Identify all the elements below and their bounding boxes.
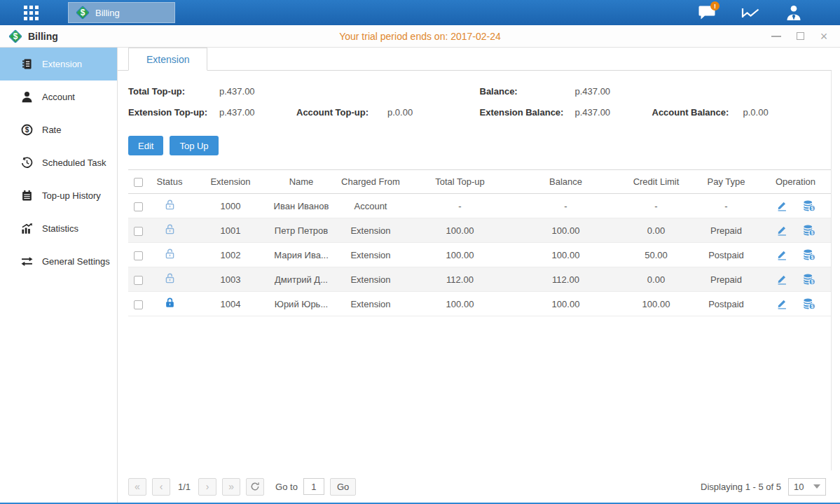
account-topup-label: Account Top-up: xyxy=(296,107,387,118)
swap-arrows-icon xyxy=(21,255,33,267)
charged-from-cell: Extension xyxy=(333,218,408,243)
notebook-icon xyxy=(21,58,33,70)
total-topup-cell: 112.00 xyxy=(408,267,511,292)
sidebar-item-rate[interactable]: $ Rate xyxy=(0,113,117,146)
dollar-circle-icon: $ xyxy=(21,124,33,136)
total-topup-value: p.437.00 xyxy=(219,86,296,97)
coins-topup-icon[interactable]: $ xyxy=(803,274,815,285)
credit-limit-cell: 50.00 xyxy=(620,243,692,267)
col-name: Name xyxy=(270,170,333,194)
ledger-icon xyxy=(21,190,33,202)
apps-grid-icon[interactable] xyxy=(24,6,39,20)
chevron-down-icon xyxy=(813,484,820,489)
select-all-checkbox[interactable] xyxy=(134,178,143,187)
pay-type-cell: Prepaid xyxy=(692,218,760,243)
pencil-edit-icon[interactable] xyxy=(776,298,787,309)
next-page-button[interactable]: › xyxy=(198,478,216,496)
coins-topup-icon[interactable]: $ xyxy=(803,225,815,236)
sidebar-item-topup-history[interactable]: Top-up History xyxy=(0,179,117,212)
bar-chart-icon xyxy=(21,223,33,234)
coins-topup-icon[interactable]: $ xyxy=(803,298,815,309)
pay-type-cell: Postpaid xyxy=(692,292,760,316)
credit-limit-cell: - xyxy=(620,194,692,218)
table-row: 1002 Мария Ива... Extension 100.00 100.0… xyxy=(128,243,831,267)
page-size-select[interactable]: 10 xyxy=(788,478,826,496)
last-page-button[interactable]: » xyxy=(222,478,240,496)
extension-cell: 1003 xyxy=(191,267,270,292)
pencil-edit-icon[interactable] xyxy=(776,200,787,211)
credit-limit-cell: 100.00 xyxy=(620,292,692,316)
sidebar-item-statistics[interactable]: Statistics xyxy=(0,212,117,245)
row-checkbox[interactable] xyxy=(134,227,143,236)
svg-text:$: $ xyxy=(811,304,813,309)
col-operation: Operation xyxy=(760,170,831,194)
operation-cell: $ xyxy=(760,200,831,211)
row-checkbox[interactable] xyxy=(134,202,143,211)
balance-summary: Total Top-up: p.437.00 Extension Top-up:… xyxy=(128,86,831,118)
system-topbar: $ Billing ! xyxy=(0,0,840,25)
sidebar-item-general-settings[interactable]: General Settings xyxy=(0,245,117,278)
close-icon[interactable]: × xyxy=(819,31,829,41)
balance-cell: 100.00 xyxy=(511,292,620,316)
account-balance-label: Account Balance: xyxy=(652,107,743,118)
coins-topup-icon[interactable]: $ xyxy=(803,200,815,211)
sidebar-item-label: Extension xyxy=(42,59,82,69)
tab-extension[interactable]: Extension xyxy=(128,48,207,71)
svg-text:$: $ xyxy=(811,206,813,211)
maximize-icon[interactable] xyxy=(795,31,805,41)
row-checkbox[interactable] xyxy=(134,276,143,285)
credit-limit-cell: 0.00 xyxy=(620,218,692,243)
taskbar-tab-billing[interactable]: $ Billing xyxy=(68,2,175,23)
lock-open-icon xyxy=(164,272,176,284)
account-balance-value: p.0.00 xyxy=(743,107,832,118)
pencil-edit-icon[interactable] xyxy=(776,274,787,285)
coins-topup-icon[interactable]: $ xyxy=(803,249,815,260)
edit-button[interactable]: Edit xyxy=(128,136,163,155)
extension-content: Total Top-up: p.437.00 Extension Top-up:… xyxy=(118,71,832,470)
sidebar-item-account[interactable]: Account xyxy=(0,80,117,113)
total-topup-cell: 100.00 xyxy=(408,243,511,267)
total-topup-cell: 100.00 xyxy=(408,218,511,243)
lock-closed-icon xyxy=(164,297,176,309)
prev-page-button[interactable]: ‹ xyxy=(152,478,170,496)
extensions-table: Status Extension Name Charged From Total… xyxy=(128,169,831,316)
col-extension: Extension xyxy=(191,170,270,194)
sidebar-item-extension[interactable]: Extension xyxy=(0,48,117,80)
go-button[interactable]: Go xyxy=(330,478,356,496)
col-credit-limit: Credit Limit xyxy=(620,170,692,194)
name-cell: Дмитрий Д... xyxy=(270,267,333,292)
pay-type-cell: Prepaid xyxy=(692,267,760,292)
pencil-edit-icon[interactable] xyxy=(776,225,787,236)
balance-cell: 100.00 xyxy=(511,243,620,267)
page-indicator: 1/1 xyxy=(176,482,193,492)
operation-cell: $ xyxy=(760,249,831,260)
minimize-icon[interactable] xyxy=(771,31,781,41)
total-topup-label: Total Top-up: xyxy=(128,86,219,97)
sidebar-item-label: Scheduled Task xyxy=(42,158,106,168)
row-checkbox[interactable] xyxy=(134,300,143,309)
name-cell: Юрий Юрь... xyxy=(270,292,333,316)
topup-button[interactable]: Top Up xyxy=(170,136,218,155)
goto-page-input[interactable] xyxy=(303,478,324,495)
extension-topup-value: p.437.00 xyxy=(219,107,296,118)
extension-cell: 1004 xyxy=(191,292,270,316)
pay-type-cell: - xyxy=(692,194,760,218)
window-controls: × xyxy=(771,31,829,41)
extension-cell: 1002 xyxy=(191,243,270,267)
svg-text:$: $ xyxy=(811,230,813,236)
svg-text:$: $ xyxy=(811,279,813,285)
first-page-button[interactable]: « xyxy=(128,478,146,496)
user-account-icon[interactable] xyxy=(784,4,804,21)
messages-icon[interactable]: ! xyxy=(697,4,717,21)
sidebar-item-label: Top-up History xyxy=(42,190,101,201)
billing-app-window: $ Billing ! $ Billing Your trial period … xyxy=(0,0,840,504)
resource-monitor-icon[interactable] xyxy=(741,4,760,21)
table-header-row: Status Extension Name Charged From Total… xyxy=(128,170,831,194)
charged-from-cell: Account xyxy=(333,194,408,218)
row-checkbox[interactable] xyxy=(134,251,143,260)
sidebar: Extension Account $ Rate Scheduled Task xyxy=(0,48,118,503)
pencil-edit-icon[interactable] xyxy=(776,249,787,260)
lock-open-icon xyxy=(164,223,176,235)
refresh-button[interactable] xyxy=(246,478,264,496)
sidebar-item-scheduled-task[interactable]: Scheduled Task xyxy=(0,146,117,179)
